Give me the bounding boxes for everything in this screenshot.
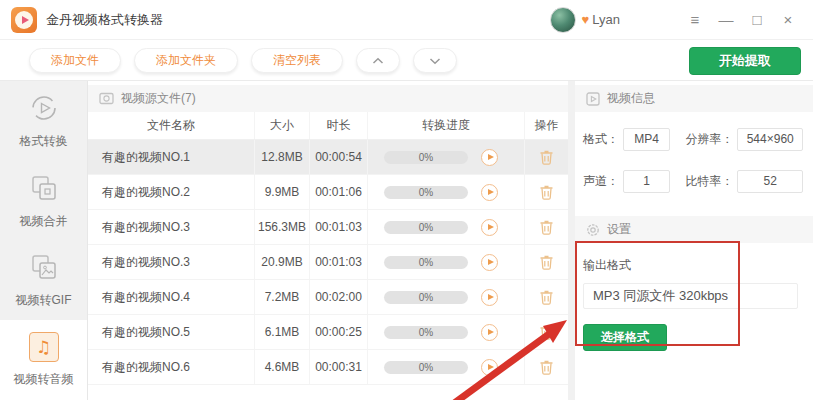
info-row-2: 声道： 1 比特率： 52 [583, 169, 803, 193]
sidebar-item-video-to-gif[interactable]: 视频转GIF [0, 241, 87, 321]
table-row[interactable]: 有趣的视频NO.2 9.9MB 00:01:06 0% [88, 175, 568, 210]
sidebar-item-video-to-audio[interactable]: ♫ 视频转音频 [0, 320, 87, 400]
table-row[interactable]: 有趣的视频NO.5 6.1MB 00:00:25 0% [88, 315, 568, 350]
play-button[interactable] [481, 219, 498, 236]
delete-button[interactable] [539, 289, 554, 305]
progress-bar: 0% [384, 291, 468, 304]
progress-label: 0% [419, 152, 433, 163]
table-row[interactable]: 有趣的视频NO.3 156.3MB 00:01:03 0% [88, 210, 568, 245]
settings-header: 设置 [575, 216, 813, 243]
sidebar: 格式转换 视频合并 视频转GIF ♫ 视频转音频 [0, 81, 88, 400]
app-window: 金丹视频格式转换器 ♥ Lyan ≡ — □ × 添加文件 添加文件夹 清空列表 [0, 0, 813, 400]
progress-bar: 0% [384, 361, 468, 374]
resolution-value: 544×960 [737, 128, 803, 151]
sidebar-item-label: 视频合并 [20, 213, 68, 230]
progress-bar: 0% [384, 151, 468, 164]
move-up-button[interactable] [356, 48, 400, 73]
delete-button[interactable] [539, 149, 554, 165]
file-size: 156.3MB [255, 210, 310, 244]
progress-label: 0% [419, 187, 433, 198]
progress-cell: 0% [368, 245, 525, 279]
format-value: MP4 [623, 128, 670, 151]
play-button[interactable] [481, 254, 498, 271]
format-label: 格式： [583, 131, 619, 148]
file-name: 有趣的视频NO.3 [88, 210, 255, 244]
progress-cell: 0% [368, 315, 525, 349]
play-button[interactable] [481, 289, 498, 306]
operation-cell [525, 140, 568, 174]
play-icon [488, 259, 494, 265]
col-duration: 时长 [310, 112, 368, 139]
bitrate-value: 52 [737, 170, 803, 193]
settings-title: 设置 [607, 221, 631, 238]
delete-button[interactable] [539, 324, 554, 340]
gear-icon [586, 223, 600, 237]
play-icon [488, 224, 494, 230]
heart-icon: ♥ [582, 12, 590, 27]
add-folder-button[interactable]: 添加文件夹 [134, 48, 238, 73]
trash-icon [539, 184, 554, 200]
table-header: 文件名称 大小 时长 转换进度 操作 [88, 112, 568, 140]
sidebar-item-format-convert[interactable]: 格式转换 [0, 81, 87, 161]
sidebar-item-label: 格式转换 [20, 133, 68, 150]
delete-button[interactable] [539, 219, 554, 235]
add-file-button[interactable]: 添加文件 [29, 48, 121, 73]
user-avatar[interactable] [550, 7, 576, 33]
choose-format-button[interactable]: 选择格式 [583, 324, 667, 351]
info-row-1: 格式： MP4 分辨率： 544×960 [583, 127, 803, 151]
delete-button[interactable] [539, 359, 554, 375]
play-icon [488, 154, 494, 160]
table-row[interactable]: 有趣的视频NO.1 12.8MB 00:00:54 0% [88, 140, 568, 175]
play-button[interactable] [481, 149, 498, 166]
progress-cell: 0% [368, 140, 525, 174]
progress-cell: 0% [368, 350, 525, 384]
file-size: 20.9MB [255, 245, 310, 279]
table-row[interactable]: 有趣的视频NO.6 4.6MB 00:00:31 0% [88, 350, 568, 385]
maximize-icon[interactable]: □ [746, 9, 768, 31]
channels-label: 声道： [583, 173, 619, 190]
operation-cell [525, 245, 568, 279]
trash-icon [539, 149, 554, 165]
menu-icon[interactable]: ≡ [684, 9, 706, 31]
file-name: 有趣的视频NO.1 [88, 140, 255, 174]
delete-button[interactable] [539, 254, 554, 270]
file-duration: 00:01:03 [310, 210, 368, 244]
clear-list-button[interactable]: 清空列表 [251, 48, 343, 73]
output-format-input[interactable] [583, 283, 798, 309]
play-icon [488, 189, 494, 195]
table-row[interactable]: 有趣的视频NO.3 20.9MB 00:01:03 0% [88, 245, 568, 280]
file-name: 有趣的视频NO.5 [88, 315, 255, 349]
progress-label: 0% [419, 222, 433, 233]
sidebar-item-video-merge[interactable]: 视频合并 [0, 161, 87, 241]
chevron-up-icon [372, 57, 384, 65]
minimize-icon[interactable]: — [715, 9, 737, 31]
app-logo-icon [11, 7, 37, 33]
file-duration: 00:02:00 [310, 280, 368, 314]
operation-cell [525, 315, 568, 349]
toolbar: 添加文件 添加文件夹 清空列表 开始提取 [0, 41, 813, 81]
play-button[interactable] [481, 184, 498, 201]
output-format-label: 输出格式 [583, 257, 813, 274]
close-icon[interactable]: × [777, 9, 799, 31]
chevron-down-icon [429, 57, 441, 65]
video-info-icon [586, 92, 600, 106]
file-list-panel: 视频源文件(7) 文件名称 大小 时长 转换进度 操作 有趣的视频NO.1 12… [88, 81, 568, 400]
play-button[interactable] [481, 324, 498, 341]
col-operation: 操作 [525, 112, 568, 139]
file-size: 12.8MB [255, 140, 310, 174]
trash-icon [539, 289, 554, 305]
delete-button[interactable] [539, 184, 554, 200]
file-size: 9.9MB [255, 175, 310, 209]
move-down-button[interactable] [413, 48, 457, 73]
file-duration: 00:01:03 [310, 245, 368, 279]
table-row[interactable]: 有趣的视频NO.4 7.2MB 00:02:00 0% [88, 280, 568, 315]
start-extract-button[interactable]: 开始提取 [689, 47, 801, 75]
progress-label: 0% [419, 257, 433, 268]
operation-cell [525, 280, 568, 314]
play-button[interactable] [481, 359, 498, 376]
sidebar-item-label: 视频转音频 [14, 371, 74, 388]
progress-label: 0% [419, 327, 433, 338]
trash-icon [539, 254, 554, 270]
col-size: 大小 [255, 112, 310, 139]
progress-cell: 0% [368, 175, 525, 209]
